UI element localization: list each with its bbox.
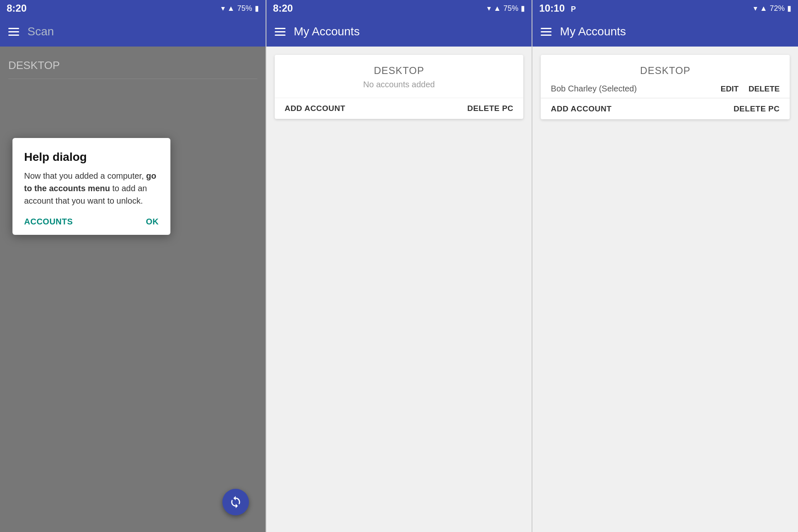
- app-bar-3: My Accounts: [532, 17, 798, 47]
- delete-account-button-3[interactable]: DELETE: [749, 84, 780, 94]
- account-name-3: Bob Charley (Selected): [551, 84, 637, 94]
- pc-name-3: DESKTOP: [541, 55, 790, 80]
- pc-card-2: DESKTOP No accounts added ADD ACCOUNT DE…: [275, 55, 524, 119]
- wifi-icon-2: ▾: [487, 4, 491, 13]
- add-account-button-2[interactable]: ADD ACCOUNT: [285, 104, 345, 113]
- add-account-button-3[interactable]: ADD ACCOUNT: [551, 104, 611, 113]
- status-icons-2: ▾ ▲ 75% ▮: [487, 4, 525, 13]
- pc-actions-2: ADD ACCOUNT DELETE PC: [275, 98, 524, 119]
- dialog-actions: ACCOUNTS OK: [24, 217, 159, 227]
- pc-status-2: No accounts added: [275, 80, 524, 98]
- fab-button[interactable]: [222, 489, 249, 515]
- pc-actions-3: ADD ACCOUNT DELETE PC: [541, 98, 790, 119]
- desktop-label-1: DESKTOP: [8, 55, 257, 79]
- app-bar-2: My Accounts: [266, 17, 532, 47]
- status-icons-3: ▾ ▲ 72% ▮: [754, 4, 791, 13]
- dialog-title: Help dialog: [24, 150, 159, 164]
- extra-icon-3: P: [571, 5, 576, 13]
- refresh-icon: [229, 495, 242, 509]
- status-bar-1: 8:20 ▾ ▲ 75% ▮: [0, 0, 266, 17]
- edit-account-button-3[interactable]: EDIT: [721, 84, 739, 94]
- hamburger-menu-1[interactable]: [8, 28, 19, 36]
- phone-screen-3: 10:10 P ▾ ▲ 72% ▮ My Accounts DESKTOP Bo…: [532, 0, 798, 532]
- pc-card-3: DESKTOP Bob Charley (Selected) EDIT DELE…: [541, 55, 790, 119]
- battery-3: 72%: [770, 4, 785, 13]
- status-bar-3: 10:10 P ▾ ▲ 72% ▮: [532, 0, 798, 17]
- wifi-icon-3: ▾: [754, 4, 757, 13]
- signal-icon-1: ▲: [227, 4, 235, 13]
- wifi-icon-1: ▾: [221, 4, 225, 13]
- signal-icon-3: ▲: [760, 4, 767, 13]
- time-2: 8:20: [273, 2, 293, 14]
- account-actions-3: EDIT DELETE: [721, 84, 780, 94]
- account-row-3: Bob Charley (Selected) EDIT DELETE: [541, 80, 790, 98]
- help-dialog: Help dialog Now that you added a compute…: [12, 138, 170, 235]
- app-title-2: My Accounts: [294, 25, 360, 38]
- status-bar-2: 8:20 ▾ ▲ 75% ▮: [266, 0, 532, 17]
- time-3: 10:10 P: [539, 2, 576, 14]
- signal-icon-2: ▲: [493, 4, 501, 13]
- battery-2: 75%: [503, 4, 518, 13]
- app-title-1: Scan: [27, 25, 54, 38]
- hamburger-menu-3[interactable]: [541, 28, 552, 36]
- battery-1: 75%: [237, 4, 252, 13]
- content-3: DESKTOP Bob Charley (Selected) EDIT DELE…: [532, 47, 798, 532]
- dialog-body-normal: Now that you added a computer,: [24, 171, 146, 180]
- status-icons-1: ▾ ▲ 75% ▮: [221, 4, 259, 13]
- delete-pc-button-2[interactable]: DELETE PC: [467, 104, 513, 113]
- app-title-3: My Accounts: [560, 25, 626, 38]
- app-bar-1: Scan: [0, 17, 266, 47]
- accounts-button[interactable]: ACCOUNTS: [24, 217, 73, 227]
- pc-name-2: DESKTOP: [275, 55, 524, 80]
- time-1: 8:20: [7, 2, 27, 14]
- dialog-body: Now that you added a computer, go to the…: [24, 170, 159, 207]
- phone-screen-2: 8:20 ▾ ▲ 75% ▮ My Accounts DESKTOP No ac…: [266, 0, 533, 532]
- battery-icon-1: ▮: [255, 4, 259, 13]
- ok-button[interactable]: OK: [146, 217, 159, 227]
- delete-pc-button-3[interactable]: DELETE PC: [734, 104, 780, 113]
- battery-icon-3: ▮: [787, 4, 791, 13]
- content-1: DESKTOP Help dialog Now that you added a…: [0, 47, 266, 532]
- phone-screen-1: 8:20 ▾ ▲ 75% ▮ Scan DESKTOP Help dialog …: [0, 0, 266, 532]
- content-2: DESKTOP No accounts added ADD ACCOUNT DE…: [266, 47, 532, 532]
- hamburger-menu-2[interactable]: [275, 28, 286, 36]
- battery-icon-2: ▮: [521, 4, 525, 13]
